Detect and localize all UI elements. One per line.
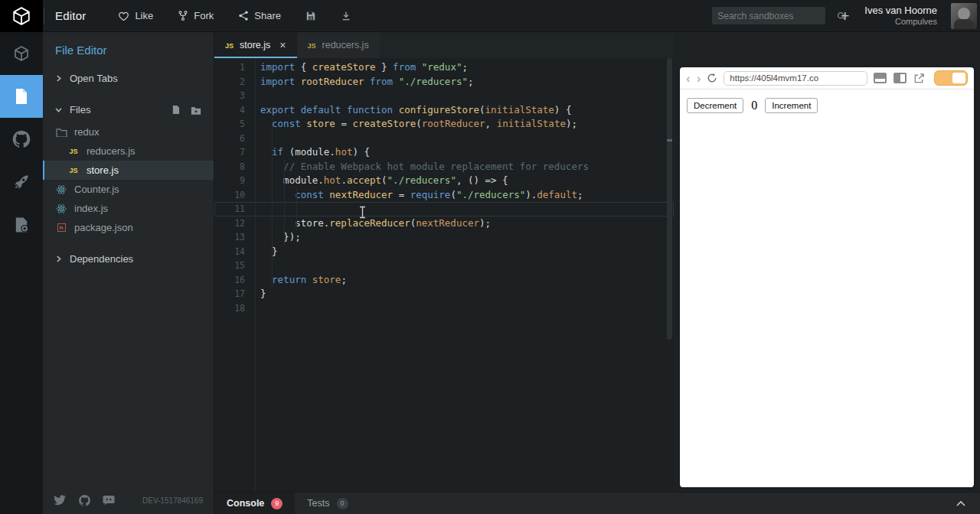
code-line-6[interactable]: 6 bbox=[214, 132, 674, 146]
download-icon bbox=[341, 11, 351, 21]
discord-icon[interactable] bbox=[103, 495, 115, 506]
code-line-17[interactable]: 17} bbox=[214, 287, 674, 301]
sidebar-item-file-editor[interactable] bbox=[0, 75, 43, 118]
view-controls bbox=[874, 70, 968, 86]
line-number: 14 bbox=[214, 245, 245, 259]
js-icon: JS bbox=[225, 40, 234, 50]
header-actions: Like Fork Share bbox=[118, 10, 351, 21]
code-line-5[interactable]: 5 const store = createStore(rootReducer,… bbox=[214, 117, 674, 132]
code-line-3[interactable]: 3 bbox=[214, 89, 674, 103]
fork-button[interactable]: Fork bbox=[178, 10, 214, 21]
sidebar-item-config[interactable] bbox=[0, 203, 43, 246]
line-number: 5 bbox=[214, 117, 245, 132]
github-icon bbox=[11, 129, 31, 149]
react-icon bbox=[55, 184, 67, 195]
code-line-11[interactable]: 11 bbox=[214, 202, 674, 216]
code-line-4[interactable]: 4export default function configureStore(… bbox=[214, 103, 674, 118]
tab-tests[interactable]: Tests 0 bbox=[295, 493, 360, 514]
code-line-16[interactable]: 16 return store; bbox=[214, 273, 674, 288]
editor-scrollbar[interactable] bbox=[667, 58, 672, 340]
line-number: 13 bbox=[214, 230, 245, 245]
new-file-icon[interactable] bbox=[172, 105, 180, 115]
line-content: return store; bbox=[260, 273, 347, 288]
file-item-package.json[interactable]: npackage.json bbox=[43, 218, 214, 237]
forward-icon[interactable]: › bbox=[697, 72, 701, 85]
download-button[interactable] bbox=[341, 11, 351, 21]
tab-store.js[interactable]: JSstore.js× bbox=[214, 32, 297, 58]
rocket-icon bbox=[12, 173, 31, 191]
code-line-2[interactable]: 2import rootReducer from "./reducers"; bbox=[214, 75, 674, 89]
tab-label: store.js bbox=[240, 40, 270, 50]
file-gear-icon bbox=[12, 216, 31, 234]
line-number: 8 bbox=[214, 160, 245, 174]
new-folder-icon[interactable] bbox=[191, 106, 201, 115]
save-button[interactable] bbox=[305, 11, 316, 21]
code-editor[interactable]: 1import { createStore } from "redux";2im… bbox=[214, 58, 674, 492]
line-number: 4 bbox=[214, 103, 245, 118]
line-content: store.replaceReducer(nextReducer); bbox=[260, 216, 491, 231]
like-button[interactable]: Like bbox=[118, 10, 153, 21]
twitter-icon[interactable] bbox=[54, 495, 67, 506]
user-meta: Ives van Hoorne Compulves bbox=[864, 5, 937, 28]
file-item-Counter.js[interactable]: Counter.js bbox=[43, 180, 214, 199]
sidebar-item-deployment[interactable] bbox=[0, 161, 43, 203]
line-content: } bbox=[260, 245, 278, 259]
code-line-7[interactable]: 7 if (module.hot) { bbox=[214, 145, 674, 160]
new-sandbox-button[interactable]: + bbox=[839, 8, 851, 23]
github-icon[interactable] bbox=[78, 494, 91, 507]
fork-icon bbox=[178, 10, 188, 21]
open-external-icon[interactable] bbox=[913, 73, 925, 84]
codesandbox-editor: Editor Like Fork Share bbox=[0, 0, 980, 514]
code-line-14[interactable]: 14 } bbox=[214, 245, 674, 259]
file-editor-panel: File Editor Open Tabs Files bbox=[43, 32, 214, 514]
line-number: 16 bbox=[214, 273, 245, 288]
decrement-button[interactable]: Decrement bbox=[687, 98, 743, 113]
file-item-store.js[interactable]: JSstore.js bbox=[43, 161, 214, 180]
preview-content: Decrement 0 Increment bbox=[680, 89, 974, 487]
code-line-18[interactable]: 18 bbox=[214, 301, 674, 316]
codesandbox-logo[interactable] bbox=[0, 0, 43, 32]
avatar[interactable] bbox=[951, 3, 977, 29]
search-box[interactable] bbox=[712, 7, 825, 24]
sidebar-item-project[interactable] bbox=[0, 32, 43, 75]
refresh-icon[interactable] bbox=[707, 73, 717, 83]
chevron-down-icon bbox=[55, 106, 62, 113]
code-line-10[interactable]: 10 const nextReducer = require("./reduce… bbox=[214, 188, 674, 203]
line-content: } bbox=[260, 287, 266, 301]
back-icon[interactable]: ‹ bbox=[686, 72, 691, 85]
file-item-redux[interactable]: redux bbox=[43, 122, 214, 142]
ibeam-cursor bbox=[358, 206, 367, 219]
search-input[interactable] bbox=[717, 11, 836, 21]
code-line-13[interactable]: 13 }); bbox=[214, 230, 674, 245]
section-dependencies[interactable]: Dependencies bbox=[43, 246, 214, 272]
section-open-tabs[interactable]: Open Tabs bbox=[43, 66, 214, 91]
code-line-9[interactable]: 9 module.hot.accept("./reducers", () => … bbox=[214, 174, 674, 188]
expand-console-icon[interactable] bbox=[956, 500, 980, 507]
console-bar: Console 9 Tests 0 bbox=[214, 492, 980, 514]
file-item-reducers.js[interactable]: JSreducers.js bbox=[43, 142, 214, 161]
code-line-8[interactable]: 8 // Enable Webpack hot module replaceme… bbox=[214, 160, 674, 174]
live-reload-toggle[interactable] bbox=[934, 70, 968, 86]
header-right: + Ives van Hoorne Compulves bbox=[712, 3, 980, 29]
line-content: import rootReducer from "./reducers"; bbox=[260, 75, 474, 89]
file-icon bbox=[13, 87, 30, 106]
tab-reducers.js[interactable]: JSreducers.js bbox=[297, 32, 380, 58]
increment-button[interactable]: Increment bbox=[765, 98, 818, 113]
section-files[interactable]: Files bbox=[43, 97, 214, 122]
code-line-12[interactable]: 12 store.replaceReducer(nextReducer); bbox=[214, 216, 674, 231]
panel-title: File Editor bbox=[43, 32, 214, 66]
panel-footer: DEV-1517846169 bbox=[43, 486, 214, 514]
file-name: redux bbox=[74, 126, 100, 138]
file-item-index.js[interactable]: index.js bbox=[43, 199, 214, 218]
tab-console[interactable]: Console 9 bbox=[214, 493, 295, 514]
console-view-icon[interactable] bbox=[874, 73, 887, 83]
url-input[interactable] bbox=[724, 71, 867, 86]
file-name: Counter.js bbox=[74, 184, 119, 195]
sidebar-item-github[interactable] bbox=[0, 118, 43, 161]
close-icon[interactable]: × bbox=[279, 39, 286, 51]
tests-badge: 0 bbox=[337, 498, 348, 509]
code-line-1[interactable]: 1import { createStore } from "redux"; bbox=[214, 60, 674, 75]
split-view-icon[interactable] bbox=[893, 73, 906, 83]
code-line-15[interactable]: 15 bbox=[214, 259, 674, 273]
share-button[interactable]: Share bbox=[238, 10, 281, 21]
